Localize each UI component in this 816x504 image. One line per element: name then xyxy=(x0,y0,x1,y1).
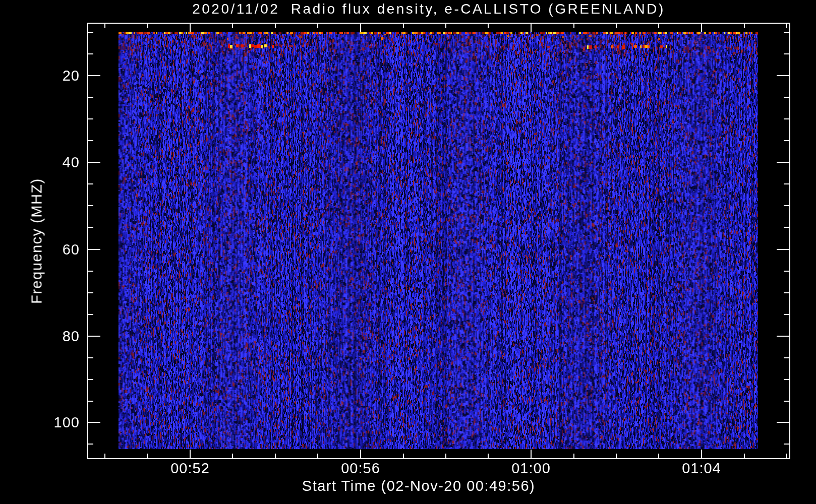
x-tick-label: 01:00 xyxy=(491,460,571,477)
x-tick-label: 01:04 xyxy=(661,460,742,477)
spectrogram-screen: 2020/11/02 Radio flux density, e-CALLIST… xyxy=(0,0,816,504)
plot-title: 2020/11/02 Radio flux density, e-CALLIST… xyxy=(87,1,771,17)
spectrogram-canvas xyxy=(0,0,816,504)
x-axis-title: Start Time (02-Nov-20 00:49:56) xyxy=(86,478,751,494)
x-tick-label: 00:56 xyxy=(320,460,401,477)
y-tick-label: 100 xyxy=(0,414,80,431)
x-tick-label: 00:52 xyxy=(150,460,230,477)
y-tick-label: 20 xyxy=(0,68,80,84)
y-tick-label: 40 xyxy=(0,154,80,171)
y-tick-label: 80 xyxy=(0,328,80,345)
y-tick-label: 60 xyxy=(0,241,80,258)
